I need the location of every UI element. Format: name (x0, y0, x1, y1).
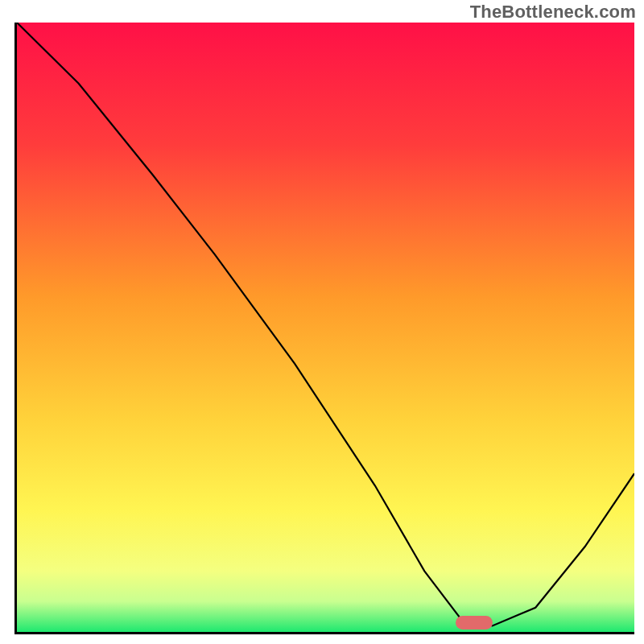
bottleneck-curve-path (17, 23, 634, 625)
chart-stage: TheBottleneck.com (0, 0, 644, 644)
optimal-marker (456, 616, 493, 630)
plot-area (14, 23, 634, 634)
curve-layer (17, 23, 634, 632)
attribution-label: TheBottleneck.com (470, 2, 636, 23)
